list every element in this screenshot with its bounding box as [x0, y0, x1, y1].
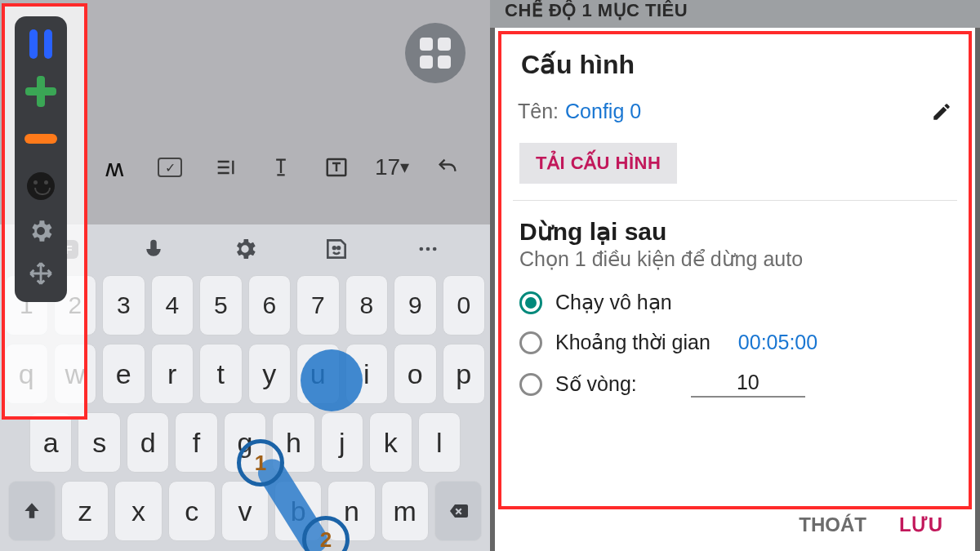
option-loop[interactable]: Số vòng: 10 [495, 362, 975, 406]
option-duration[interactable]: Khoảng thời gian 00:05:00 [495, 322, 975, 362]
svg-point-2 [337, 247, 340, 249]
key-p[interactable]: p [443, 344, 486, 404]
edit-icon[interactable] [931, 101, 952, 122]
key-t[interactable]: t [199, 344, 243, 404]
keyboard-settings-icon[interactable] [226, 230, 264, 268]
key-5[interactable]: 5 [199, 275, 243, 335]
move-handle-icon[interactable] [27, 260, 55, 287]
dialog-footer: THOÁT LƯU [495, 500, 975, 551]
font-size-display[interactable]: 17▾ [374, 149, 410, 185]
stop-section-subtitle: Chọn 1 điều kiện để dừng auto [495, 246, 975, 282]
option-infinite-label: Chạy vô hạn [555, 291, 672, 314]
app-grid-button[interactable] [405, 23, 466, 83]
key-m[interactable]: m [381, 481, 429, 541]
key-n[interactable]: n [327, 481, 375, 541]
key-3[interactable]: 3 [102, 275, 145, 335]
key-f[interactable]: f [175, 412, 217, 473]
key-s[interactable]: s [78, 412, 120, 473]
radio-icon[interactable] [519, 373, 542, 396]
key-j[interactable]: j [321, 412, 363, 473]
key-g[interactable]: g [224, 412, 266, 473]
name-label: Tên: [518, 100, 559, 123]
key-u[interactable]: u [296, 344, 340, 404]
key-x[interactable]: x [114, 481, 162, 541]
load-config-button[interactable]: TẢI CẤU HÌNH [519, 143, 677, 184]
key-9[interactable]: 9 [394, 275, 437, 335]
loop-count-input[interactable]: 10 [691, 371, 805, 398]
svg-point-5 [433, 247, 437, 251]
background-header: CHẾ ĐỘ 1 MỤC TIÊU [490, 0, 980, 28]
grid-icon [420, 38, 451, 69]
key-r[interactable]: r [151, 344, 194, 404]
key-i[interactable]: i [345, 344, 389, 404]
svg-point-3 [420, 247, 424, 251]
key-0[interactable]: 0 [443, 275, 486, 335]
text-format-icon[interactable] [263, 149, 299, 185]
option-duration-label: Khoảng thời gian [555, 331, 710, 354]
option-infinite[interactable]: Chạy vô hạn [495, 282, 975, 322]
qwerty-row-3: zxcvbnm [5, 481, 485, 541]
config-name-row: Tên: Config 0 [495, 87, 975, 128]
option-loop-label: Số vòng: [555, 372, 637, 396]
divider [513, 200, 957, 201]
shift-key[interactable] [8, 481, 56, 541]
qwerty-row-2: asdfghjkl [5, 412, 485, 473]
key-e[interactable]: e [102, 344, 145, 404]
name-value[interactable]: Config 0 [565, 100, 641, 123]
pause-icon[interactable] [24, 28, 57, 60]
key-a[interactable]: a [29, 412, 72, 473]
left-screenshot: ʍ ✓ 17▾ GIF [0, 0, 490, 551]
svg-point-4 [426, 247, 430, 251]
auto-click-toolbar[interactable] [15, 16, 67, 302]
cancel-button[interactable]: THOÁT [799, 513, 866, 536]
app-logo-icon: ʍ [96, 149, 132, 185]
checklist-icon[interactable]: ✓ [152, 149, 188, 185]
swipe-action-icon[interactable] [24, 122, 57, 155]
key-v[interactable]: v [221, 481, 269, 541]
mic-icon[interactable] [135, 230, 172, 268]
add-target-icon[interactable] [24, 75, 57, 108]
key-d[interactable]: d [127, 412, 169, 473]
settings-icon[interactable] [27, 217, 55, 245]
undo-icon[interactable] [430, 149, 466, 185]
duration-value[interactable]: 00:05:00 [738, 331, 817, 354]
key-l[interactable]: l [418, 412, 461, 473]
key-b[interactable]: b [274, 481, 322, 541]
key-y[interactable]: y [248, 344, 292, 404]
key-k[interactable]: k [369, 412, 412, 473]
key-c[interactable]: c [168, 481, 216, 541]
text-box-icon[interactable] [318, 149, 354, 185]
radio-icon[interactable] [519, 331, 542, 354]
backspace-key[interactable] [434, 481, 482, 541]
key-8[interactable]: 8 [345, 275, 389, 335]
more-icon[interactable] [409, 230, 447, 268]
key-6[interactable]: 6 [248, 275, 292, 335]
key-z[interactable]: z [61, 481, 109, 541]
right-screenshot: CHẾ ĐỘ 1 MỤC TIÊU Cấu hình Tên: Config 0… [490, 0, 980, 551]
key-h[interactable]: h [272, 412, 314, 473]
save-button[interactable]: LƯU [899, 513, 942, 536]
key-4[interactable]: 4 [151, 275, 194, 335]
line-spacing-icon[interactable] [207, 149, 243, 185]
key-7[interactable]: 7 [296, 275, 340, 335]
config-dialog: Cấu hình Tên: Config 0 TẢI CẤU HÌNH Dừng… [495, 28, 975, 551]
stop-section-title: Dừng lại sau [495, 212, 975, 246]
radio-selected-icon[interactable] [519, 291, 542, 314]
format-toolbar: ʍ ✓ 17▾ [82, 144, 480, 191]
key-o[interactable]: o [394, 344, 437, 404]
svg-point-1 [333, 247, 336, 249]
sticker-icon[interactable] [318, 230, 355, 268]
dialog-title: Cấu hình [495, 28, 975, 87]
emoji-icon[interactable] [24, 170, 57, 202]
